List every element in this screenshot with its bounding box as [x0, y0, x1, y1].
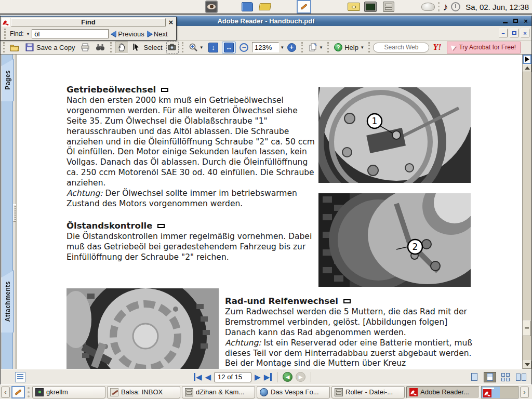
note-text: Ist ein Reserverad oder eine Batterie mo…: [225, 338, 472, 368]
section-getriebeoelwechsel: Getriebeölwechsel Nach den ersten 2000 k…: [66, 85, 318, 209]
section-body: Die Ölstandskontrollen immer regelmäßig …: [66, 232, 320, 263]
zoom-tool-dropdown[interactable]: ▾: [201, 45, 203, 50]
doc-minimize-button[interactable]: –: [499, 29, 508, 37]
scrollbar-track[interactable]: [523, 72, 531, 361]
workspace-pager[interactable]: [481, 386, 518, 398]
vertical-scrollbar[interactable]: [522, 55, 531, 369]
section-heading: Getriebeölwechsel: [66, 85, 318, 95]
toolbar-grip[interactable]: [182, 42, 183, 52]
print-button[interactable]: [78, 42, 92, 54]
previous-view-button[interactable]: ◀: [283, 372, 292, 382]
show-desktop-button[interactable]: [11, 386, 25, 398]
find-input[interactable]: [32, 29, 109, 38]
task-adobe-reader[interactable]: Adobe Reader...: [406, 386, 480, 398]
task-vespa-forum[interactable]: Das Vespa Fo...: [257, 386, 330, 398]
power-icon[interactable]: [451, 2, 460, 11]
fit-page-button[interactable]: ↕: [206, 42, 220, 54]
task-label: dZihan & Kam...: [196, 388, 244, 396]
try-acrobat-button[interactable]: Try Acrobat for Free!: [447, 42, 521, 54]
file-manager-icon[interactable]: [242, 2, 253, 11]
tab-pages[interactable]: Pages: [2, 59, 14, 101]
hand-tool-button[interactable]: [115, 42, 128, 54]
zoom-combo-dropdown[interactable]: ▾: [281, 45, 284, 50]
file-cabinet-icon[interactable]: [383, 2, 394, 12]
next-page-button[interactable]: ▶: [255, 373, 261, 381]
toolbar-grip[interactable]: [3, 42, 5, 52]
document-page[interactable]: Getriebeölwechsel Nach den ersten 2000 k…: [16, 55, 522, 369]
scroll-up-button[interactable]: [523, 64, 531, 72]
tab-attachments-label: Attachments: [4, 281, 11, 322]
find-close-icon[interactable]: ×: [167, 19, 175, 26]
page-display-button[interactable]: ▾: [306, 42, 325, 54]
volume-note-icon[interactable]: ♪: [443, 2, 448, 12]
save-copy-button[interactable]: Save a Copy: [23, 42, 77, 54]
folder-icon[interactable]: [259, 3, 271, 10]
zoom-level-combo[interactable]: [252, 42, 279, 52]
yahoo-logo[interactable]: Y!: [433, 43, 441, 52]
workspace-2[interactable]: [500, 387, 518, 398]
next-view-button[interactable]: ▶: [296, 372, 305, 382]
help-dropdown[interactable]: ▾: [361, 45, 364, 50]
first-page-button[interactable]: ◀: [194, 373, 202, 381]
continuous-page-button[interactable]: [484, 372, 496, 382]
taskbar-scroll-left-button[interactable]: ‹: [1, 387, 10, 398]
tray-app-icon[interactable]: [421, 3, 435, 11]
find-next-button[interactable]: Next: [147, 30, 168, 38]
find-dropdown[interactable]: ▾: [27, 31, 30, 36]
doc-close-button[interactable]: ×: [521, 29, 529, 37]
continuous-facing-button[interactable]: [515, 372, 527, 382]
terminal-icon[interactable]: [364, 2, 377, 12]
tab-attachments[interactable]: Attachments: [2, 270, 14, 332]
archive-drawer-icon[interactable]: [348, 3, 360, 11]
find-grip[interactable]: [4, 29, 6, 39]
search-web-input[interactable]: [373, 43, 429, 52]
zoom-in-button[interactable]: +: [285, 42, 298, 54]
task-balsa[interactable]: Balsa: INBOX: [107, 386, 180, 398]
task-dzihan[interactable]: dZihan & Kam...: [182, 386, 255, 398]
toolbar-grip[interactable]: [368, 42, 370, 52]
toolbar-grip[interactable]: [110, 42, 112, 52]
page-number-field[interactable]: [214, 372, 251, 382]
scroll-down-button[interactable]: [523, 361, 531, 369]
screenshot-eye-icon[interactable]: [205, 1, 218, 13]
document-status-icon[interactable]: [15, 372, 25, 382]
toolbar-grip[interactable]: [301, 42, 303, 52]
zoom-out-icon: −: [240, 43, 248, 52]
maximize-button[interactable]: [512, 17, 519, 24]
scroll-menu-button[interactable]: [523, 55, 531, 64]
open-button[interactable]: [8, 42, 21, 54]
doc-restore-button[interactable]: [510, 29, 518, 37]
facing-pages-button[interactable]: [499, 372, 512, 382]
workspace-1[interactable]: [482, 387, 500, 398]
find-titlebar[interactable]: Find ×: [1, 17, 176, 28]
scrollbar-thumb[interactable]: [523, 321, 531, 336]
minimize-button[interactable]: [501, 17, 509, 24]
adobe-reader-icon: [2, 18, 10, 26]
snapshot-tool-button[interactable]: [166, 42, 179, 54]
toolbar-grip[interactable]: [327, 42, 329, 52]
zoom-out-button[interactable]: −: [237, 42, 250, 54]
section-heading: Rad-und Reifenwechsel: [225, 296, 473, 307]
editor-launcher-icon[interactable]: [297, 0, 311, 14]
zoom-in-icon: +: [287, 43, 296, 52]
select-tool-button[interactable]: Select: [130, 42, 164, 54]
clock[interactable]: Sa, 02. Jun, 12:38: [463, 3, 529, 11]
taskbar-grip[interactable]: [28, 387, 30, 397]
navigation-tabstrip: Pages Attachments: [1, 55, 16, 369]
last-page-button[interactable]: ▶: [264, 373, 272, 381]
figure-oil-level-photo: 2: [318, 193, 471, 287]
continuous-page-icon: [487, 373, 493, 381]
open-folder-icon: [10, 43, 19, 52]
help-button[interactable]: ? Help ▾: [332, 42, 365, 54]
task-gkrellm[interactable]: gkrellm: [32, 386, 105, 398]
page-display-dropdown[interactable]: ▾: [320, 45, 323, 50]
task-roller-files[interactable]: Roller - Datei-...: [331, 386, 405, 398]
fit-width-button[interactable]: ↔: [222, 42, 236, 54]
single-page-button[interactable]: [468, 372, 481, 382]
zoom-tool-button[interactable]: ▾: [187, 42, 205, 54]
previous-page-button[interactable]: ◀: [205, 373, 211, 381]
taskbar-scroll-right-button[interactable]: ›: [520, 387, 529, 398]
search-button[interactable]: [94, 42, 107, 54]
find-previous-button[interactable]: Previous: [111, 30, 144, 38]
close-button[interactable]: ×: [522, 17, 529, 24]
